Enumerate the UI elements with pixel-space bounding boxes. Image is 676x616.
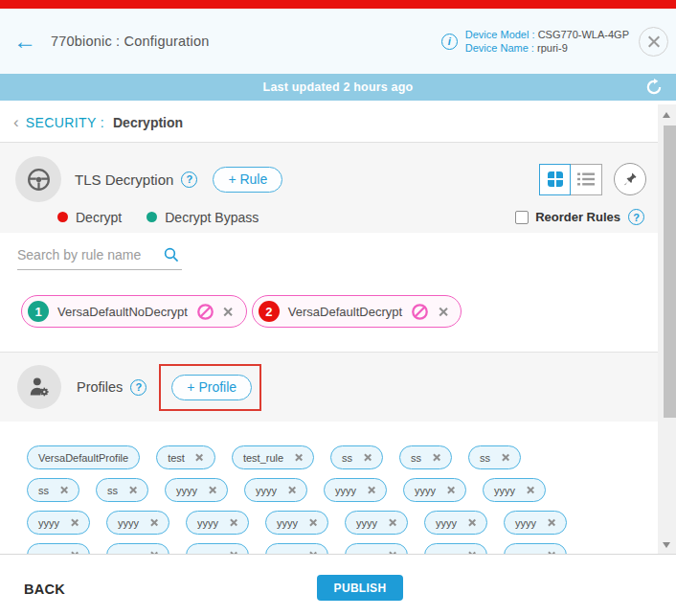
profile-chip[interactable]: ss xyxy=(96,478,148,502)
remove-profile-icon[interactable] xyxy=(308,518,317,527)
profile-chip[interactable]: yyyy xyxy=(504,543,567,554)
profile-chip-row: VersaDefaultProfiletesttest_rulessssss xyxy=(27,445,658,469)
profile-chip-rows: VersaDefaultProfiletesttest_rulessssssss… xyxy=(0,436,658,554)
profile-chip[interactable]: yyyy xyxy=(403,478,466,502)
profile-chip[interactable]: yyyy xyxy=(424,511,487,535)
tls-subheader-row: DecryptDecrypt Bypass Reorder Rules ? xyxy=(0,209,658,225)
rule-order-badge: 2 xyxy=(259,301,280,322)
search-icon[interactable] xyxy=(163,246,180,267)
back-arrow-icon[interactable]: ← xyxy=(13,30,36,53)
profile-chip[interactable]: yyyy xyxy=(345,511,408,535)
profile-chip-label: VersaDefaultProfile xyxy=(38,452,128,464)
remove-profile-icon[interactable] xyxy=(195,453,204,462)
profiles-help-icon[interactable]: ? xyxy=(130,379,146,396)
profile-chip[interactable]: yyyy xyxy=(345,543,408,554)
close-icon[interactable] xyxy=(639,27,668,57)
remove-profile-icon[interactable] xyxy=(70,518,79,527)
add-profile-button[interactable]: + Profile xyxy=(171,375,252,400)
profile-chip[interactable]: yyyy xyxy=(106,511,169,535)
profile-chip[interactable]: yyyy xyxy=(265,511,328,535)
tls-help-icon[interactable]: ? xyxy=(181,171,197,188)
profile-chip[interactable]: yyyy xyxy=(504,511,567,535)
profile-chip[interactable]: VersaDefaultProfile xyxy=(27,445,140,469)
profile-chip[interactable]: ss xyxy=(468,445,521,469)
grid-view-button[interactable] xyxy=(539,164,571,195)
remove-profile-icon[interactable] xyxy=(229,518,237,527)
profile-chip[interactable]: test xyxy=(156,445,215,469)
scrollbar-thumb[interactable] xyxy=(664,125,676,418)
profile-chip[interactable]: yyyy xyxy=(165,478,228,502)
reorder-rules-checkbox[interactable] xyxy=(515,211,529,224)
scrollbar-up-icon[interactable] xyxy=(663,112,670,118)
breadcrumb-chevron-icon[interactable]: ‹ xyxy=(13,113,19,132)
config-scroll-area: ‹ SECURITY : Decryption TLS Decryption ?… xyxy=(0,101,676,554)
refresh-icon[interactable] xyxy=(644,78,664,97)
publish-button[interactable]: PUBLISH xyxy=(317,575,403,601)
profile-chip-label: test_rule xyxy=(243,452,283,464)
remove-profile-icon[interactable] xyxy=(526,486,534,494)
footer: BACK PUBLISH xyxy=(0,554,676,616)
profile-chip[interactable]: yyyy xyxy=(27,511,90,535)
profile-chip-label: yyyy xyxy=(176,485,197,496)
remove-profile-icon[interactable] xyxy=(388,518,396,527)
back-button[interactable]: BACK xyxy=(24,582,65,597)
profile-chip[interactable]: ss xyxy=(399,445,452,469)
add-rule-button[interactable]: + Rule xyxy=(213,167,282,193)
profile-chip-row: ssssyyyyyyyyyyyyyyyyyyyy xyxy=(27,478,658,502)
pin-button[interactable] xyxy=(614,163,646,195)
vertical-scrollbar[interactable] xyxy=(658,104,676,554)
device-config-panel: ← 770bionic : Configuration i Device Mod… xyxy=(0,0,676,616)
legend-item: Decrypt xyxy=(57,210,122,225)
profile-chip[interactable]: yyyy xyxy=(186,543,249,554)
profile-chip[interactable]: yyyy xyxy=(424,543,487,554)
profile-chip[interactable]: yyyy xyxy=(27,543,90,554)
profile-chip-row: yyyyyyyyyyyyyyyyyyyyyyyyyyyy xyxy=(27,543,658,554)
profile-chip[interactable]: yyyy xyxy=(265,543,328,554)
reorder-help-icon[interactable]: ? xyxy=(628,209,644,225)
remove-profile-icon[interactable] xyxy=(59,486,68,494)
profile-chip-label: yyyy xyxy=(515,517,536,529)
profile-chip[interactable]: yyyy xyxy=(106,543,169,554)
remove-profile-icon[interactable] xyxy=(128,486,137,494)
profile-chip[interactable]: yyyy xyxy=(186,511,249,535)
profile-chip[interactable]: ss xyxy=(27,478,79,502)
profile-chip[interactable]: test_rule xyxy=(232,445,314,469)
remove-profile-icon[interactable] xyxy=(367,486,375,494)
remove-profile-icon[interactable] xyxy=(363,453,372,462)
profile-chip-label: yyyy xyxy=(256,485,277,496)
rule-chip[interactable]: 1VersaDefaultNoDecrypt xyxy=(21,295,247,328)
profile-chip-label: yyyy xyxy=(38,517,59,529)
remove-profile-icon[interactable] xyxy=(501,453,509,462)
profile-chip-label: yyyy xyxy=(494,485,515,496)
profile-chip-label: ss xyxy=(480,452,490,464)
remove-profile-icon[interactable] xyxy=(467,518,476,527)
profile-chip[interactable]: yyyy xyxy=(483,478,546,502)
tls-legend: DecryptDecrypt Bypass xyxy=(57,210,259,225)
breadcrumb-security-link[interactable]: SECURITY : xyxy=(26,115,104,130)
device-name-label: Device Name : xyxy=(465,42,534,54)
remove-profile-icon[interactable] xyxy=(294,453,303,462)
profile-chip-label: ss xyxy=(342,452,352,464)
profiles-section-title: Profiles xyxy=(77,379,123,395)
profile-chip[interactable]: yyyy xyxy=(244,478,307,502)
remove-profile-icon[interactable] xyxy=(287,486,296,494)
remove-profile-icon[interactable] xyxy=(446,486,455,494)
remove-profile-icon[interactable] xyxy=(547,518,555,527)
profile-chip[interactable]: yyyy xyxy=(324,478,387,502)
ban-icon[interactable] xyxy=(411,303,429,321)
scrollbar-down-icon[interactable] xyxy=(663,542,670,548)
rule-chip[interactable]: 2VersaDefaultDecrypt xyxy=(252,295,462,328)
list-view-button[interactable] xyxy=(571,164,602,195)
profile-chip[interactable]: ss xyxy=(330,445,383,469)
pin-icon xyxy=(622,171,638,187)
ban-icon[interactable] xyxy=(196,303,214,321)
remove-profile-icon[interactable] xyxy=(208,486,216,494)
profile-chip-label: test xyxy=(168,452,185,464)
remove-rule-icon[interactable] xyxy=(223,307,234,317)
search-input[interactable] xyxy=(17,244,182,270)
info-icon[interactable]: i xyxy=(441,34,458,50)
device-info: i Device Model : CSG770-WLA-4GP Device N… xyxy=(441,27,668,57)
remove-profile-icon[interactable] xyxy=(432,453,440,462)
remove-rule-icon[interactable] xyxy=(438,307,448,317)
remove-profile-icon[interactable] xyxy=(149,518,158,527)
